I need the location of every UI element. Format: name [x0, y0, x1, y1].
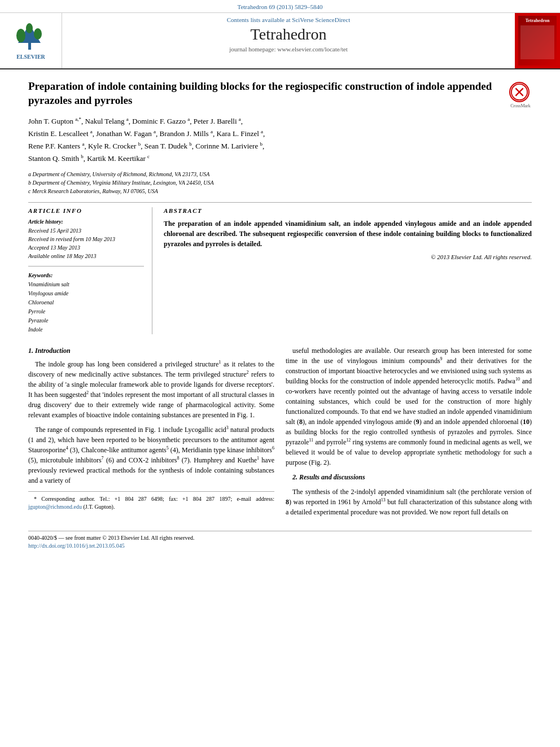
- revised-date: Received in revised form 10 May 2013: [28, 235, 144, 243]
- elsevier-logo: ELSEVIER: [7, 21, 55, 60]
- journal-cover-area: Tetrahedron: [515, 13, 560, 68]
- abstract-body: The preparation of an indole appended vi…: [164, 220, 532, 248]
- journal-reference: Tetrahedron 69 (2013) 5829–5840: [237, 3, 322, 10]
- svg-point-5: [34, 28, 42, 40]
- intro-para-1: The indole group has long been considere…: [28, 359, 274, 420]
- cover-image: [520, 25, 554, 59]
- intro-para-3: useful methodologies are available. Our …: [286, 346, 532, 468]
- intro-para-2: The range of compounds represented in Fi…: [28, 425, 274, 486]
- article-body: ARTICLE INFO Article history: Received 1…: [28, 207, 532, 334]
- affiliation-b: b Department of Chemistry, Virginia Mili…: [28, 178, 532, 187]
- keyword-5: Pyrazole: [28, 316, 144, 325]
- crossmark-area[interactable]: CrossMark: [509, 82, 532, 108]
- online-date: Available online 18 May 2013: [28, 252, 144, 260]
- abstract-title: ABSTRACT: [164, 207, 532, 214]
- crossmark-label: CrossMark: [509, 103, 532, 108]
- footnote-text: * Corresponding author. Tel.: +1 804 287…: [28, 495, 274, 511]
- crossmark-badge[interactable]: [509, 82, 530, 102]
- keyword-2: Vinylogous amide: [28, 289, 144, 298]
- keywords-title: Keywords:: [28, 272, 144, 278]
- doi-link[interactable]: http://dx.doi.org/10.1016/j.tet.2013.05.…: [28, 543, 125, 549]
- sciverse-text: Contents lists available at SciVerse Sci…: [68, 16, 509, 23]
- results-para-1: The synthesis of the 2-indolyl appended …: [286, 487, 532, 517]
- received-date: Received 15 April 2013: [28, 226, 144, 235]
- main-content: Preparation of indole containing buildin…: [0, 69, 560, 560]
- divider-1: [28, 202, 532, 203]
- title-area: Preparation of indole containing buildin…: [28, 80, 532, 108]
- top-bar: Tetrahedron 69 (2013) 5829–5840: [0, 0, 560, 13]
- affiliation-c: c Merck Research Laboratories, Rahway, N…: [28, 187, 532, 195]
- crossmark-icon: [510, 82, 528, 102]
- sciverse-link[interactable]: SciVerse ScienceDirect: [292, 16, 350, 23]
- keyword-6: Indole: [28, 325, 144, 334]
- keywords-list: Vinamidinium salt Vinylogous amide Chlor…: [28, 280, 144, 334]
- paper-title: Preparation of indole containing buildin…: [28, 80, 504, 107]
- journal-cover: Tetrahedron: [518, 16, 557, 65]
- cover-title: Tetrahedron: [526, 18, 550, 23]
- text-column-right: useful methodologies are available. Our …: [286, 346, 532, 522]
- keyword-3: Chloroenal: [28, 298, 144, 307]
- journal-header: ELSEVIER Contents lists available at Sci…: [0, 13, 560, 69]
- affiliations: a Department of Chemistry, University of…: [28, 170, 532, 195]
- footer-issn: 0040-4020/$ — see front matter © 2013 El…: [28, 535, 532, 541]
- keyword-4: Pyrrole: [28, 307, 144, 316]
- main-text: 1. Introduction The indole group has lon…: [28, 346, 532, 522]
- affiliation-a: a Department of Chemistry, University of…: [28, 170, 532, 178]
- authors: John T. Gupton a,*, Nakul Telang a, Domi…: [28, 115, 532, 165]
- article-info-title: ARTICLE INFO: [28, 207, 144, 214]
- footnote: * Corresponding author. Tel.: +1 804 287…: [28, 491, 274, 511]
- keyword-1: Vinamidinium salt: [28, 280, 144, 289]
- footer: 0040-4020/$ — see front matter © 2013 El…: [28, 531, 532, 549]
- elsevier-label: ELSEVIER: [16, 54, 45, 60]
- accepted-date: Accepted 13 May 2013: [28, 243, 144, 252]
- elsevier-logo-area: ELSEVIER: [0, 13, 62, 68]
- email-link[interactable]: jgupton@richmond.edu: [28, 504, 82, 510]
- footer-doi: http://dx.doi.org/10.1016/j.tet.2013.05.…: [28, 543, 532, 549]
- article-history: Article history: Received 15 April 2013 …: [28, 219, 144, 267]
- text-column-left: 1. Introduction The indole group has lon…: [28, 346, 274, 522]
- copyright: © 2013 Elsevier Ltd. All rights reserved…: [164, 254, 532, 260]
- section-introduction-title: 1. Introduction: [28, 346, 274, 356]
- journal-header-center: Contents lists available at SciVerse Sci…: [62, 13, 515, 68]
- history-title: Article history:: [28, 219, 144, 225]
- abstract-area: ABSTRACT The preparation of an indole ap…: [164, 207, 532, 334]
- journal-homepage: journal homepage: www.elsevier.com/locat…: [68, 46, 509, 53]
- elsevier-svg-icon: [7, 21, 55, 53]
- abstract-text: The preparation of an indole appended vi…: [164, 219, 532, 249]
- article-info: ARTICLE INFO Article history: Received 1…: [28, 207, 152, 334]
- svg-point-6: [26, 23, 33, 33]
- svg-point-4: [16, 29, 25, 42]
- section-results-title: 2. Results and discussions: [292, 473, 365, 481]
- journal-title: Tetrahedron: [68, 25, 509, 43]
- results-title: 2. Results and discussions: [286, 472, 532, 482]
- keywords-section: Keywords: Vinamidinium salt Vinylogous a…: [28, 272, 144, 334]
